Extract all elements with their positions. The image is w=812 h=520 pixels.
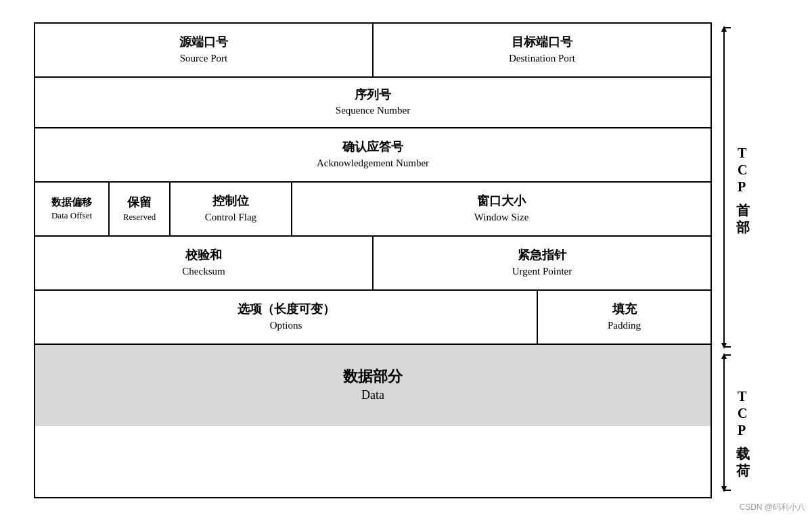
source-port-cell: 源端口号 Source Port bbox=[35, 24, 374, 76]
svg-text:T: T bbox=[738, 389, 747, 404]
urgent-pointer-cell: 紧急指针 Urgent Pointer bbox=[374, 237, 710, 289]
row-port: 源端口号 Source Port 目标端口号 Destination Port bbox=[35, 24, 710, 78]
window-size-cell: 窗口大小 Window Size bbox=[292, 183, 710, 235]
data-offset-zh: 数据偏移 bbox=[51, 195, 92, 210]
watermark: CSDN @码利小八 bbox=[739, 502, 805, 513]
svg-text:T: T bbox=[738, 145, 747, 160]
control-flag-en: Control Flag bbox=[205, 210, 256, 224]
checksum-zh: 校验和 bbox=[185, 247, 222, 264]
ack-number-en: Acknowledgement Number bbox=[317, 156, 429, 170]
options-zh: 选项（长度可变） bbox=[238, 301, 335, 318]
sequence-number-zh: 序列号 bbox=[355, 87, 391, 103]
data-zh: 数据部分 bbox=[343, 367, 403, 387]
sequence-number-cell: 序列号 Sequence Number bbox=[35, 78, 710, 127]
ack-number-zh: 确认应答号 bbox=[342, 139, 403, 156]
svg-text:首: 首 bbox=[736, 203, 750, 218]
sequence-number-en: Sequence Number bbox=[336, 103, 410, 118]
destination-port-cell: 目标端口号 Destination Port bbox=[374, 24, 710, 76]
svg-text:C: C bbox=[738, 406, 747, 421]
row-options: 选项（长度可变） Options 填充 Padding bbox=[35, 291, 710, 345]
svg-text:部: 部 bbox=[736, 220, 750, 235]
annotation-svg: T C P 首 部 T C P 载 bbox=[717, 22, 778, 496]
checksum-en: Checksum bbox=[182, 264, 225, 279]
window-size-zh: 窗口大小 bbox=[477, 193, 526, 210]
window-size-en: Window Size bbox=[474, 210, 529, 224]
svg-text:P: P bbox=[738, 179, 746, 194]
reserved-zh: 保留 bbox=[127, 194, 152, 211]
svg-marker-3 bbox=[721, 26, 727, 32]
row-sequence: 序列号 Sequence Number bbox=[35, 78, 710, 128]
row-control: 数据偏移 Data Offset 保留 Reserved 控制位 Control… bbox=[35, 183, 710, 237]
right-annotations: T C P 首 部 T C P 载 bbox=[717, 22, 778, 498]
svg-text:载: 载 bbox=[736, 446, 750, 461]
options-en: Options bbox=[270, 318, 302, 333]
svg-marker-13 bbox=[721, 353, 727, 359]
destination-port-zh: 目标端口号 bbox=[512, 34, 572, 51]
row-ack: 确认应答号 Acknowledgement Number bbox=[35, 128, 710, 183]
svg-marker-4 bbox=[721, 343, 727, 349]
control-flag-cell: 控制位 Control Flag bbox=[171, 183, 292, 235]
source-port-zh: 源端口号 bbox=[179, 34, 228, 51]
urgent-pointer-zh: 紧急指针 bbox=[518, 247, 566, 264]
row-checksum: 校验和 Checksum 紧急指针 Urgent Pointer bbox=[35, 237, 710, 291]
padding-cell: 填充 Padding bbox=[538, 291, 710, 344]
reserved-cell: 保留 Reserved bbox=[110, 183, 171, 235]
svg-text:荷: 荷 bbox=[736, 463, 750, 478]
reserved-en: Reserved bbox=[123, 211, 156, 223]
svg-text:C: C bbox=[738, 162, 747, 177]
svg-text:P: P bbox=[738, 423, 746, 438]
destination-port-en: Destination Port bbox=[509, 51, 575, 66]
urgent-pointer-en: Urgent Pointer bbox=[512, 264, 572, 279]
ack-number-cell: 确认应答号 Acknowledgement Number bbox=[35, 128, 710, 181]
options-cell: 选项（长度可变） Options bbox=[35, 291, 538, 344]
control-flag-zh: 控制位 bbox=[212, 193, 249, 210]
data-offset-cell: 数据偏移 Data Offset bbox=[35, 183, 110, 235]
padding-en: Padding bbox=[608, 318, 641, 333]
checksum-cell: 校验和 Checksum bbox=[35, 237, 374, 289]
data-cell: 数据部分 Data bbox=[35, 345, 710, 426]
row-data: 数据部分 Data bbox=[35, 345, 710, 426]
padding-zh: 填充 bbox=[612, 301, 637, 318]
source-port-en: Source Port bbox=[180, 51, 227, 66]
data-en: Data bbox=[361, 387, 384, 404]
data-offset-en: Data Offset bbox=[51, 210, 92, 222]
svg-marker-14 bbox=[721, 486, 727, 492]
tcp-diagram: 源端口号 Source Port 目标端口号 Destination Port … bbox=[34, 22, 712, 498]
